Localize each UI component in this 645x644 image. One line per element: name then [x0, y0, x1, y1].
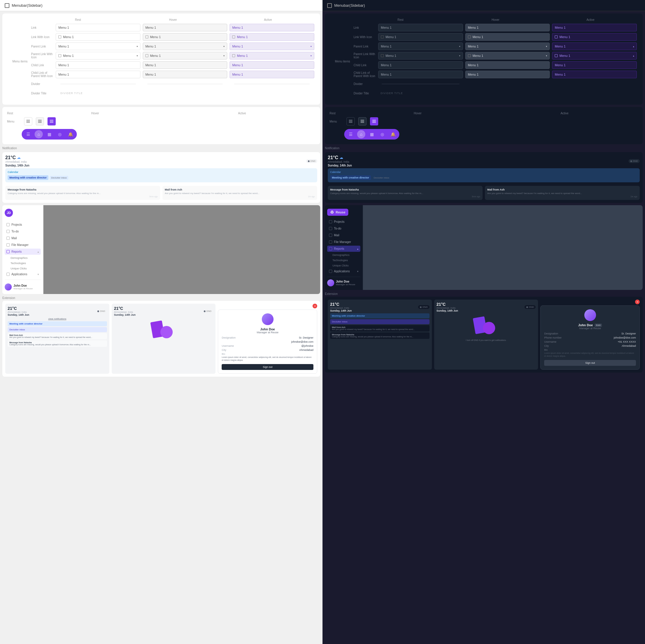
sidebar-sub-technologies[interactable]: Technologies	[5, 261, 41, 266]
nav-icon-bell[interactable]: 🔔	[66, 130, 74, 138]
dark-ext-location-2: Ahmedabad, India	[437, 306, 458, 309]
dark-menu-item-parent-hover[interactable]: Menu 1▾	[465, 42, 550, 50]
menu-item-child-parent-hover[interactable]: Menu 1	[143, 71, 227, 78]
dark-menu-item-link-active[interactable]: Menu 1	[552, 24, 637, 31]
menu-item-child-parent-active[interactable]: Menu 1	[230, 71, 314, 78]
notif-2-time: 1hr ago	[165, 196, 315, 198]
dark-sidebar-item-todo[interactable]: To-do	[327, 225, 360, 232]
dark-menu-item-parent-icon-hover[interactable]: Menu 1▾	[465, 52, 550, 59]
dark-menu-item-link-icon-hover[interactable]: Menu 1	[465, 33, 550, 41]
dark-close-button[interactable]: ✕	[635, 299, 640, 304]
menu-item-parent-icon-rest[interactable]: Menu 1▾	[56, 52, 141, 59]
nav-icon-home[interactable]: ⌂	[35, 130, 43, 138]
reuse-label: ♻ Reuse	[327, 209, 348, 216]
dark-menu-item-child-parent-hover[interactable]: Menu 1	[465, 71, 550, 78]
dark-sidebar-item-mail[interactable]: Mail	[327, 232, 360, 238]
toggle-rest[interactable]	[24, 117, 32, 126]
dark-ext-card-profile: ✕ John Doe Edit Manager at Reuse Designa…	[540, 299, 640, 370]
dark-sidebar-item-applications[interactable]: Applications ▾	[327, 268, 360, 274]
nav-icon-calendar[interactable]: ▦	[45, 130, 53, 138]
sign-out-button[interactable]: Sign out	[222, 364, 313, 370]
menu-item-parent-hover[interactable]: Menu 1▾	[143, 42, 227, 50]
menu-item-child-active[interactable]: Menu 1	[230, 61, 314, 69]
dark-toggle-hover[interactable]	[358, 117, 367, 126]
reports-icon	[6, 250, 10, 253]
dark-edit-btn[interactable]: Edit	[595, 324, 602, 327]
dark-menu-row-child: Child Link Menu 1 Menu 1 Menu 1	[354, 61, 638, 69]
menu-item-link-active[interactable]: Menu 1	[230, 24, 314, 31]
dark-menu-item-parent-icon-rest[interactable]: Menu 1▾	[378, 52, 463, 59]
sidebar-item-applications[interactable]: Applications ▾	[5, 271, 41, 277]
dark-sidebar-item-filemanager[interactable]: File Manager	[327, 239, 360, 245]
menu-row-link-icon: Link With Icon Menu 1 Menu 1 Menu 1	[31, 33, 315, 41]
dark-menu-row-parent: Parent Link Menu 1▾ Menu 1▾ Menu 1▴	[354, 42, 638, 50]
menu-item-link-icon-rest[interactable]: Menu 1	[56, 33, 141, 41]
dark-sidebar-sub-demographics[interactable]: Demographics	[327, 252, 360, 258]
shape-circle	[160, 326, 173, 338]
dark-menu-item-child-parent-active[interactable]: Menu 1	[552, 71, 637, 78]
cal-badge: Calendar	[8, 171, 315, 174]
clear-notif-link[interactable]: clear notifications	[8, 317, 107, 320]
dark-sidebar-item-reports[interactable]: Reports ▴	[327, 246, 360, 252]
dark-menu-item-child-active[interactable]: Menu 1	[552, 61, 637, 69]
dark-menu-item-child-parent-rest[interactable]: Menu 1	[378, 71, 463, 78]
dark-toggle-active[interactable]	[370, 117, 378, 126]
menu-item-child-hover[interactable]: Menu 1	[143, 61, 227, 69]
dark-nav-icon-bell[interactable]: 🔔	[389, 130, 397, 138]
sidebar-sub-unique-clicks[interactable]: Unique Clicks	[5, 266, 41, 271]
sidebar-item-filemanager[interactable]: File Manager	[5, 242, 41, 248]
dark-toggle-col-active: Active	[491, 112, 638, 115]
menu-item-link-icon-active[interactable]: Menu 1	[230, 33, 314, 41]
dark-reports-icon	[329, 247, 332, 250]
menu-item-child-parent-rest[interactable]: Menu 1	[56, 71, 141, 78]
dark-user-role: Manager at Reuse	[336, 283, 355, 286]
dark-dnd-badge: DND	[629, 159, 640, 163]
sidebar-item-projects[interactable]: Projects	[5, 222, 41, 228]
menu-item-parent-icon-active[interactable]: Menu 1▾	[230, 52, 314, 59]
dark-menu-item-parent-rest[interactable]: Menu 1▾	[378, 42, 463, 50]
dark-meeting-text: Meeting with creative director	[330, 175, 371, 180]
dark-sign-out-button[interactable]: Sign out	[544, 360, 636, 366]
nav-icon-chat[interactable]: ◎	[56, 130, 64, 138]
close-button[interactable]: ✕	[312, 304, 317, 308]
menu-item-link-hover[interactable]: Menu 1	[143, 24, 227, 31]
menu-item-child-rest[interactable]: Menu 1	[56, 61, 141, 69]
dark-toggle-rest[interactable]	[347, 117, 355, 126]
section-label-menu-items: Menu items	[7, 60, 28, 63]
toggle-active[interactable]	[47, 117, 56, 126]
dark-menu-item-child-hover[interactable]: Menu 1	[465, 61, 550, 69]
dark-menu-item-link-icon-active[interactable]: Menu 1	[552, 33, 637, 41]
dark-menu-item-parent-active[interactable]: Menu 1▴	[552, 42, 637, 50]
dark-nav-icon-chat[interactable]: ◎	[378, 130, 386, 138]
dark-menu-item-link-hover[interactable]: Menu 1	[465, 24, 550, 31]
dark-menu-item-link-icon-rest[interactable]: Menu 1	[378, 33, 463, 41]
todo-icon	[6, 230, 10, 233]
dark-nav-icon-calendar[interactable]: ▦	[368, 130, 376, 138]
dark-sidebar-item-projects[interactable]: Projects	[327, 219, 360, 225]
menu-item-parent-active[interactable]: Menu 1▾	[230, 42, 314, 50]
sidebar-item-reports[interactable]: Reports ▴	[5, 249, 41, 255]
svg-rect-17	[372, 122, 376, 123]
dark-menu-item-link-rest[interactable]: Menu 1	[378, 24, 463, 31]
menu-item-parent-rest[interactable]: Menu 1▾	[56, 42, 141, 50]
nav-icon-menu[interactable]: ☰	[24, 130, 32, 138]
sidebar-item-mail[interactable]: Mail	[5, 235, 41, 241]
dark-cal-badge: Calendar	[330, 171, 637, 174]
dark-menu-item-parent-icon-active[interactable]: Menu 1▴	[552, 52, 637, 59]
toggle-hover[interactable]	[36, 117, 44, 126]
dark-sidebar-sub-unique-clicks[interactable]: Unique Clicks	[327, 263, 360, 268]
dark-sidebar-sub-technologies[interactable]: Technologies	[327, 258, 360, 263]
menu-item-parent-icon-hover[interactable]: Menu 1▾	[143, 52, 227, 59]
dark-menu-item-child-rest[interactable]: Menu 1	[378, 61, 463, 69]
sidebar-item-todo[interactable]: To-do	[5, 228, 41, 234]
menu-item-link-rest[interactable]: Menu 1	[56, 24, 141, 31]
sidebar-sub-demographics[interactable]: Demographics	[5, 255, 41, 261]
ext-card-profile: ✕ John Doe Manager at Reuse Designation …	[218, 304, 317, 374]
menu-toggle-col-rest: Rest	[7, 112, 22, 115]
menu-item-link-icon-hover[interactable]: Menu 1	[143, 33, 227, 41]
extension-section-light: 21°C Ahmedabad, India Sunday, 14th Jun D…	[2, 301, 320, 377]
dark-weather-location: Ahmedabad, India	[328, 160, 352, 163]
dark-nav-icon-menu[interactable]: ☰	[347, 130, 355, 138]
dark-nav-icon-home[interactable]: ⌂	[357, 130, 365, 138]
ext-dnd-1: DND	[95, 309, 107, 313]
